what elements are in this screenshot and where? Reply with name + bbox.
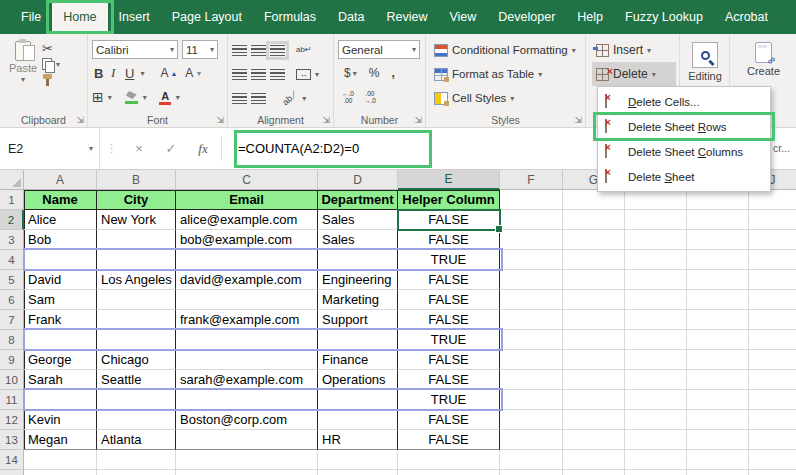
formula-input[interactable]: =COUNTA(A2:D2)=0 [224, 141, 359, 156]
cell-B12[interactable] [97, 410, 176, 430]
cancel-icon[interactable]: × [123, 141, 155, 156]
cell-B10[interactable]: Seattle [97, 370, 176, 390]
cell-I10[interactable] [687, 370, 749, 390]
cell-J2[interactable] [749, 210, 796, 230]
cell-A5[interactable]: David [24, 270, 97, 290]
cell-A12[interactable]: Kevin [24, 410, 97, 430]
fill-color-icon[interactable] [125, 90, 139, 104]
increase-font-button[interactable]: A▲ [158, 65, 179, 81]
decrease-decimal-icon[interactable]: .00→.0 [364, 90, 376, 104]
borders-icon[interactable]: ⊞ [92, 89, 104, 105]
cell-D11[interactable] [318, 390, 398, 410]
cell-I6[interactable] [687, 290, 749, 310]
cell-B4[interactable] [97, 250, 176, 270]
cell-A6[interactable]: Sam [24, 290, 97, 310]
cell-G4[interactable] [563, 250, 625, 270]
name-box[interactable]: E2 ▾ [0, 128, 100, 169]
cell-J8[interactable] [749, 330, 796, 350]
tab-tell-me[interactable]: Tell me [792, 2, 796, 32]
row-header-10[interactable]: 10 [0, 370, 24, 390]
tab-formulas[interactable]: Formulas [253, 2, 327, 32]
align-left-icon[interactable] [232, 69, 247, 80]
cell-D6[interactable]: Marketing [318, 290, 398, 310]
cell-B9[interactable]: Chicago [97, 350, 176, 370]
row-header-6[interactable]: 6 [0, 290, 24, 310]
enter-icon[interactable]: ✓ [155, 141, 187, 156]
cell-D14[interactable] [318, 450, 398, 470]
cell-I11[interactable] [687, 390, 749, 410]
cell-J9[interactable] [749, 350, 796, 370]
row-header-8[interactable]: 8 [0, 330, 24, 350]
cell-C14[interactable] [176, 450, 318, 470]
cell-J7[interactable] [749, 310, 796, 330]
column-header-D[interactable]: D [318, 170, 398, 190]
cell-F15[interactable] [500, 470, 563, 475]
dialog-launcher-icon[interactable]: ⇲ [574, 115, 582, 125]
tab-home[interactable]: Home [52, 2, 107, 32]
cell-F8[interactable] [500, 330, 563, 350]
cell-D1[interactable]: Department [318, 190, 398, 210]
cell-A15[interactable] [24, 470, 97, 475]
menu-item-delete-sheet-columns[interactable]: ×Delete Sheet Columns [598, 139, 770, 164]
cell-B11[interactable] [97, 390, 176, 410]
tab-fuzzy-lookup[interactable]: Fuzzy Lookup [614, 2, 714, 32]
dialog-launcher-icon[interactable]: ⇲ [322, 115, 330, 125]
chevron-down-icon[interactable]: ▾ [143, 93, 147, 102]
cell-E2[interactable]: FALSE [398, 210, 500, 230]
cell-C6[interactable] [176, 290, 318, 310]
cell-A11[interactable] [24, 390, 97, 410]
cell-E5[interactable]: FALSE [398, 270, 500, 290]
cell-J4[interactable] [749, 250, 796, 270]
cell-H6[interactable] [625, 290, 687, 310]
cell-E14[interactable] [398, 450, 500, 470]
cell-A9[interactable]: George [24, 350, 97, 370]
cell-I8[interactable] [687, 330, 749, 350]
align-top-icon[interactable] [232, 45, 247, 56]
cell-D3[interactable]: Sales [318, 230, 398, 250]
cell-F10[interactable] [500, 370, 563, 390]
cell-J14[interactable] [749, 450, 796, 470]
cell-H10[interactable] [625, 370, 687, 390]
dialog-launcher-icon[interactable]: ⇲ [414, 115, 422, 125]
cell-H1[interactable] [625, 190, 687, 210]
tab-file[interactable]: File [10, 2, 52, 32]
cell-D10[interactable]: Operations [318, 370, 398, 390]
insert-function-icon[interactable]: fx [187, 141, 219, 157]
cell-C5[interactable]: david@example.com [176, 270, 318, 290]
conditional-formatting-button[interactable]: Conditional Formatting▾ [434, 38, 582, 62]
cell-G12[interactable] [563, 410, 625, 430]
cell-J10[interactable] [749, 370, 796, 390]
cell-D4[interactable] [318, 250, 398, 270]
row-header-1[interactable]: 1 [0, 190, 24, 210]
cell-A8[interactable] [24, 330, 97, 350]
tab-view[interactable]: View [438, 2, 487, 32]
cell-I4[interactable] [687, 250, 749, 270]
cell-F4[interactable] [500, 250, 563, 270]
row-header-4[interactable]: 4 [0, 250, 24, 270]
cell-E3[interactable]: FALSE [398, 230, 500, 250]
cell-D9[interactable]: Finance [318, 350, 398, 370]
tab-page-layout[interactable]: Page Layout [161, 2, 253, 32]
cell-C1[interactable]: Email [176, 190, 318, 210]
copy-icon[interactable] [42, 58, 54, 71]
acrobat-create-icon[interactable] [755, 42, 772, 63]
cell-F12[interactable] [500, 410, 563, 430]
cell-G8[interactable] [563, 330, 625, 350]
cell-J11[interactable] [749, 390, 796, 410]
cell-I7[interactable] [687, 310, 749, 330]
cell-H5[interactable] [625, 270, 687, 290]
cell-I9[interactable] [687, 350, 749, 370]
cell-C9[interactable] [176, 350, 318, 370]
cell-C15[interactable] [176, 470, 318, 475]
cell-C4[interactable] [176, 250, 318, 270]
cell-G15[interactable] [563, 470, 625, 475]
cell-G5[interactable] [563, 270, 625, 290]
editing-dropdown-button[interactable] [692, 42, 718, 68]
cell-styles-button[interactable]: Cell Styles▾ [434, 86, 582, 110]
cell-E15[interactable] [398, 470, 500, 475]
row-header-11[interactable]: 11 [0, 390, 24, 410]
cell-J5[interactable] [749, 270, 796, 290]
column-header-A[interactable]: A [24, 170, 97, 190]
row-header-12[interactable]: 12 [0, 410, 24, 430]
cell-E9[interactable]: FALSE [398, 350, 500, 370]
